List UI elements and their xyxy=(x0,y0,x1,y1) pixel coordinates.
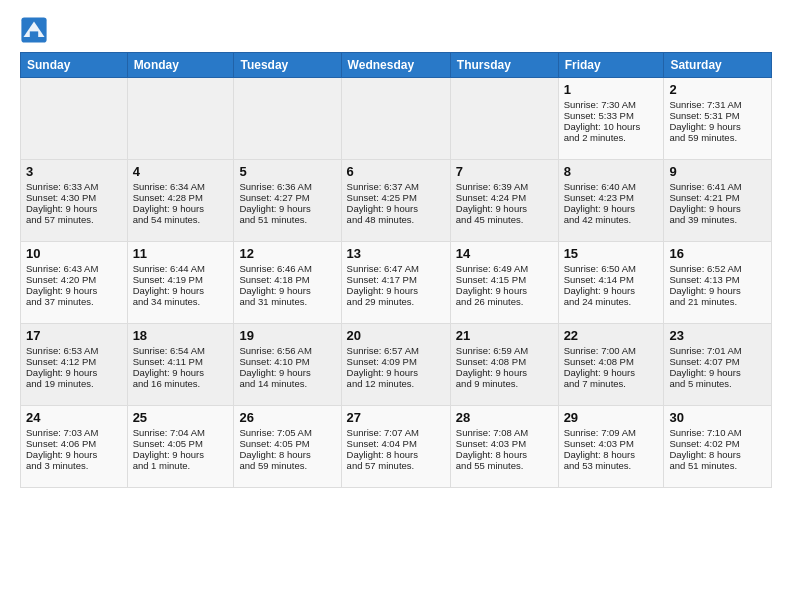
day-number: 7 xyxy=(456,164,553,179)
calendar-cell: 13Sunrise: 6:47 AMSunset: 4:17 PMDayligh… xyxy=(341,242,450,324)
day-number: 3 xyxy=(26,164,122,179)
calendar-cell: 16Sunrise: 6:52 AMSunset: 4:13 PMDayligh… xyxy=(664,242,772,324)
day-info: Daylight: 9 hours xyxy=(239,285,335,296)
day-number: 5 xyxy=(239,164,335,179)
day-info: Daylight: 9 hours xyxy=(456,285,553,296)
day-number: 30 xyxy=(669,410,766,425)
day-info: and 5 minutes. xyxy=(669,378,766,389)
day-info: and 1 minute. xyxy=(133,460,229,471)
day-info: Sunset: 4:18 PM xyxy=(239,274,335,285)
day-info: Sunrise: 6:50 AM xyxy=(564,263,659,274)
calendar-row-2: 10Sunrise: 6:43 AMSunset: 4:20 PMDayligh… xyxy=(21,242,772,324)
day-info: Sunset: 4:24 PM xyxy=(456,192,553,203)
calendar-cell: 20Sunrise: 6:57 AMSunset: 4:09 PMDayligh… xyxy=(341,324,450,406)
day-info: and 55 minutes. xyxy=(456,460,553,471)
day-info: Sunrise: 6:37 AM xyxy=(347,181,445,192)
logo xyxy=(20,16,52,44)
day-info: Sunrise: 7:07 AM xyxy=(347,427,445,438)
day-number: 19 xyxy=(239,328,335,343)
calendar-cell xyxy=(341,78,450,160)
day-info: Sunrise: 6:39 AM xyxy=(456,181,553,192)
day-info: and 24 minutes. xyxy=(564,296,659,307)
weekday-row: SundayMondayTuesdayWednesdayThursdayFrid… xyxy=(21,53,772,78)
day-info: and 37 minutes. xyxy=(26,296,122,307)
day-info: and 54 minutes. xyxy=(133,214,229,225)
day-info: Daylight: 9 hours xyxy=(133,449,229,460)
calendar-cell: 18Sunrise: 6:54 AMSunset: 4:11 PMDayligh… xyxy=(127,324,234,406)
day-info: Sunset: 4:05 PM xyxy=(239,438,335,449)
calendar-cell: 4Sunrise: 6:34 AMSunset: 4:28 PMDaylight… xyxy=(127,160,234,242)
day-info: Sunrise: 6:57 AM xyxy=(347,345,445,356)
calendar-cell: 10Sunrise: 6:43 AMSunset: 4:20 PMDayligh… xyxy=(21,242,128,324)
day-number: 12 xyxy=(239,246,335,261)
day-info: and 59 minutes. xyxy=(239,460,335,471)
day-info: and 51 minutes. xyxy=(239,214,335,225)
day-info: Daylight: 9 hours xyxy=(669,367,766,378)
day-number: 29 xyxy=(564,410,659,425)
day-number: 1 xyxy=(564,82,659,97)
day-info: Daylight: 8 hours xyxy=(456,449,553,460)
day-number: 17 xyxy=(26,328,122,343)
day-number: 15 xyxy=(564,246,659,261)
calendar-row-3: 17Sunrise: 6:53 AMSunset: 4:12 PMDayligh… xyxy=(21,324,772,406)
day-info: Daylight: 9 hours xyxy=(669,285,766,296)
day-info: Sunset: 4:19 PM xyxy=(133,274,229,285)
weekday-header-wednesday: Wednesday xyxy=(341,53,450,78)
day-number: 16 xyxy=(669,246,766,261)
calendar-cell: 3Sunrise: 6:33 AMSunset: 4:30 PMDaylight… xyxy=(21,160,128,242)
day-info: Daylight: 9 hours xyxy=(347,285,445,296)
calendar-cell: 7Sunrise: 6:39 AMSunset: 4:24 PMDaylight… xyxy=(450,160,558,242)
day-info: Sunrise: 6:56 AM xyxy=(239,345,335,356)
day-info: Daylight: 9 hours xyxy=(347,367,445,378)
day-info: Sunrise: 6:40 AM xyxy=(564,181,659,192)
day-info: Sunset: 4:10 PM xyxy=(239,356,335,367)
day-number: 24 xyxy=(26,410,122,425)
day-info: Daylight: 9 hours xyxy=(133,367,229,378)
day-info: Sunrise: 7:03 AM xyxy=(26,427,122,438)
day-info: Daylight: 9 hours xyxy=(347,203,445,214)
day-number: 25 xyxy=(133,410,229,425)
day-info: Sunrise: 6:44 AM xyxy=(133,263,229,274)
day-info: Sunset: 4:13 PM xyxy=(669,274,766,285)
day-info: Sunrise: 7:09 AM xyxy=(564,427,659,438)
logo-icon xyxy=(20,16,48,44)
calendar: SundayMondayTuesdayWednesdayThursdayFrid… xyxy=(20,52,772,488)
day-info: Daylight: 8 hours xyxy=(347,449,445,460)
day-info: Sunrise: 6:46 AM xyxy=(239,263,335,274)
weekday-header-tuesday: Tuesday xyxy=(234,53,341,78)
svg-rect-2 xyxy=(30,31,38,37)
day-number: 28 xyxy=(456,410,553,425)
calendar-cell: 25Sunrise: 7:04 AMSunset: 4:05 PMDayligh… xyxy=(127,406,234,488)
day-info: Sunrise: 6:47 AM xyxy=(347,263,445,274)
day-info: Daylight: 9 hours xyxy=(564,285,659,296)
day-number: 8 xyxy=(564,164,659,179)
day-info: Sunset: 4:25 PM xyxy=(347,192,445,203)
calendar-cell: 21Sunrise: 6:59 AMSunset: 4:08 PMDayligh… xyxy=(450,324,558,406)
calendar-cell: 11Sunrise: 6:44 AMSunset: 4:19 PMDayligh… xyxy=(127,242,234,324)
calendar-cell: 1Sunrise: 7:30 AMSunset: 5:33 PMDaylight… xyxy=(558,78,664,160)
calendar-cell: 30Sunrise: 7:10 AMSunset: 4:02 PMDayligh… xyxy=(664,406,772,488)
day-info: Daylight: 9 hours xyxy=(133,203,229,214)
calendar-row-0: 1Sunrise: 7:30 AMSunset: 5:33 PMDaylight… xyxy=(21,78,772,160)
calendar-cell: 2Sunrise: 7:31 AMSunset: 5:31 PMDaylight… xyxy=(664,78,772,160)
day-info: and 26 minutes. xyxy=(456,296,553,307)
calendar-cell: 6Sunrise: 6:37 AMSunset: 4:25 PMDaylight… xyxy=(341,160,450,242)
day-info: and 45 minutes. xyxy=(456,214,553,225)
weekday-header-friday: Friday xyxy=(558,53,664,78)
day-info: Sunset: 4:12 PM xyxy=(26,356,122,367)
day-info: Sunset: 4:14 PM xyxy=(564,274,659,285)
day-info: Daylight: 9 hours xyxy=(456,203,553,214)
calendar-cell xyxy=(21,78,128,160)
day-number: 26 xyxy=(239,410,335,425)
day-info: Daylight: 8 hours xyxy=(564,449,659,460)
day-info: and 53 minutes. xyxy=(564,460,659,471)
day-info: Sunrise: 6:36 AM xyxy=(239,181,335,192)
day-info: Sunset: 4:28 PM xyxy=(133,192,229,203)
day-number: 6 xyxy=(347,164,445,179)
day-info: Daylight: 9 hours xyxy=(239,367,335,378)
day-info: Daylight: 9 hours xyxy=(26,449,122,460)
day-info: Sunset: 4:06 PM xyxy=(26,438,122,449)
calendar-row-1: 3Sunrise: 6:33 AMSunset: 4:30 PMDaylight… xyxy=(21,160,772,242)
day-number: 20 xyxy=(347,328,445,343)
calendar-cell: 14Sunrise: 6:49 AMSunset: 4:15 PMDayligh… xyxy=(450,242,558,324)
